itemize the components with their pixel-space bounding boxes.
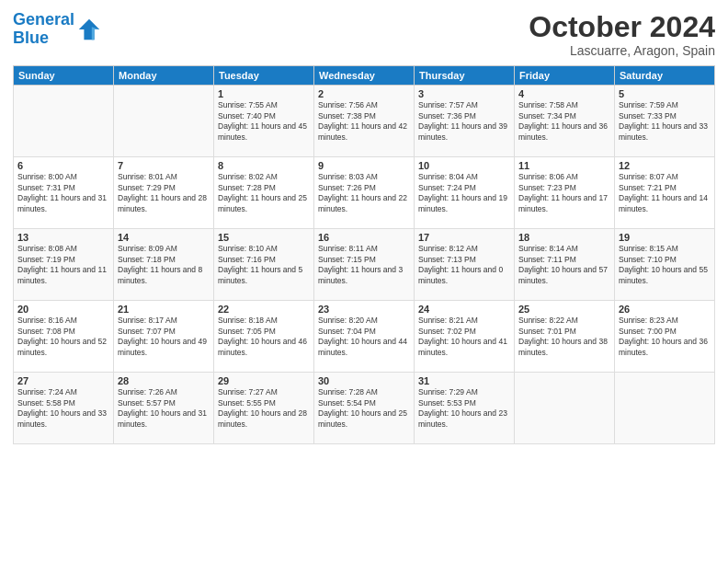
cell-info: Sunrise: 7:24 AM Sunset: 5:58 PM Dayligh…: [17, 387, 109, 430]
cell-info: Sunrise: 8:07 AM Sunset: 7:21 PM Dayligh…: [619, 172, 711, 214]
cell-1-7: 5Sunrise: 7:59 AM Sunset: 7:33 PM Daylig…: [615, 86, 715, 157]
cell-info: Sunrise: 8:14 AM Sunset: 7:11 PM Dayligh…: [518, 244, 610, 286]
week-row-5: 27Sunrise: 7:24 AM Sunset: 5:58 PM Dayli…: [14, 373, 715, 444]
cell-3-3: 15Sunrise: 8:10 AM Sunset: 7:16 PM Dayli…: [214, 229, 314, 301]
day-number: 1: [218, 88, 310, 99]
day-number: 28: [118, 375, 210, 386]
day-number: 8: [218, 160, 310, 171]
day-number: 30: [318, 375, 410, 386]
day-number: 10: [418, 160, 510, 171]
cell-1-1: [14, 86, 114, 157]
day-number: 15: [218, 232, 310, 243]
cell-2-6: 11Sunrise: 8:06 AM Sunset: 7:23 PM Dayli…: [515, 157, 615, 229]
cell-info: Sunrise: 8:21 AM Sunset: 7:02 PM Dayligh…: [418, 316, 510, 358]
cell-5-7: [615, 373, 715, 444]
week-row-2: 6Sunrise: 8:00 AM Sunset: 7:31 PM Daylig…: [14, 157, 715, 229]
cell-info: Sunrise: 7:57 AM Sunset: 7:36 PM Dayligh…: [418, 100, 510, 143]
day-number: 23: [318, 304, 410, 315]
day-number: 6: [17, 160, 109, 171]
cell-4-2: 21Sunrise: 8:17 AM Sunset: 7:07 PM Dayli…: [114, 301, 214, 373]
cell-info: Sunrise: 7:27 AM Sunset: 5:55 PM Dayligh…: [218, 387, 310, 430]
day-number: 14: [118, 232, 210, 243]
cell-info: Sunrise: 8:09 AM Sunset: 7:18 PM Dayligh…: [118, 244, 210, 286]
cell-info: Sunrise: 8:06 AM Sunset: 7:23 PM Dayligh…: [518, 172, 610, 214]
location-title: Lascuarre, Aragon, Spain: [529, 43, 715, 58]
cell-5-4: 30Sunrise: 7:28 AM Sunset: 5:54 PM Dayli…: [314, 373, 415, 444]
cell-info: Sunrise: 8:16 AM Sunset: 7:08 PM Dayligh…: [17, 316, 109, 358]
cell-info: Sunrise: 8:23 AM Sunset: 7:00 PM Dayligh…: [619, 316, 711, 358]
cell-info: Sunrise: 8:17 AM Sunset: 7:07 PM Dayligh…: [118, 316, 210, 358]
day-number: 16: [318, 232, 410, 243]
day-number: 13: [17, 232, 109, 243]
day-number: 4: [518, 88, 610, 99]
cell-4-1: 20Sunrise: 8:16 AM Sunset: 7:08 PM Dayli…: [14, 301, 114, 373]
day-number: 27: [17, 375, 109, 386]
cell-4-7: 26Sunrise: 8:23 AM Sunset: 7:00 PM Dayli…: [615, 301, 715, 373]
cell-1-4: 2Sunrise: 7:56 AM Sunset: 7:38 PM Daylig…: [314, 86, 415, 157]
day-number: 20: [17, 304, 109, 315]
cell-info: Sunrise: 7:58 AM Sunset: 7:34 PM Dayligh…: [518, 100, 610, 143]
cell-info: Sunrise: 8:20 AM Sunset: 7:04 PM Dayligh…: [318, 316, 410, 358]
cell-info: Sunrise: 7:26 AM Sunset: 5:57 PM Dayligh…: [118, 387, 210, 430]
day-number: 24: [418, 304, 510, 315]
cell-2-3: 8Sunrise: 8:02 AM Sunset: 7:28 PM Daylig…: [214, 157, 314, 229]
cell-5-5: 31Sunrise: 7:29 AM Sunset: 5:53 PM Dayli…: [415, 373, 515, 444]
cell-info: Sunrise: 7:29 AM Sunset: 5:53 PM Dayligh…: [418, 387, 510, 430]
logo: General Blue: [13, 11, 102, 48]
cell-2-4: 9Sunrise: 8:03 AM Sunset: 7:26 PM Daylig…: [314, 157, 415, 229]
day-number: 29: [218, 375, 310, 386]
cell-1-6: 4Sunrise: 7:58 AM Sunset: 7:34 PM Daylig…: [515, 86, 615, 157]
header: General Blue October 2024 Lascuarre, Ara…: [13, 11, 715, 58]
cell-3-7: 19Sunrise: 8:15 AM Sunset: 7:10 PM Dayli…: [615, 229, 715, 301]
cell-2-5: 10Sunrise: 8:04 AM Sunset: 7:24 PM Dayli…: [415, 157, 515, 229]
day-number: 2: [318, 88, 410, 99]
header-row: SundayMondayTuesdayWednesdayThursdayFrid…: [14, 66, 715, 86]
day-number: 9: [318, 160, 410, 171]
cell-5-6: [515, 373, 615, 444]
cell-3-4: 16Sunrise: 8:11 AM Sunset: 7:15 PM Dayli…: [314, 229, 415, 301]
cell-5-2: 28Sunrise: 7:26 AM Sunset: 5:57 PM Dayli…: [114, 373, 214, 444]
cell-5-1: 27Sunrise: 7:24 AM Sunset: 5:58 PM Dayli…: [14, 373, 114, 444]
cell-1-2: [114, 86, 214, 157]
cell-info: Sunrise: 8:08 AM Sunset: 7:19 PM Dayligh…: [17, 244, 109, 286]
day-number: 26: [619, 304, 711, 315]
page: General Blue October 2024 Lascuarre, Ara…: [0, 0, 728, 563]
calendar-table: SundayMondayTuesdayWednesdayThursdayFrid…: [13, 65, 715, 444]
cell-info: Sunrise: 8:15 AM Sunset: 7:10 PM Dayligh…: [619, 244, 711, 286]
day-number: 22: [218, 304, 310, 315]
col-header-tuesday: Tuesday: [214, 66, 314, 86]
col-header-saturday: Saturday: [615, 66, 715, 86]
col-header-friday: Friday: [515, 66, 615, 86]
cell-5-3: 29Sunrise: 7:27 AM Sunset: 5:55 PM Dayli…: [214, 373, 314, 444]
cell-1-5: 3Sunrise: 7:57 AM Sunset: 7:36 PM Daylig…: [415, 86, 515, 157]
cell-3-1: 13Sunrise: 8:08 AM Sunset: 7:19 PM Dayli…: [14, 229, 114, 301]
cell-3-2: 14Sunrise: 8:09 AM Sunset: 7:18 PM Dayli…: [114, 229, 214, 301]
cell-info: Sunrise: 8:02 AM Sunset: 7:28 PM Dayligh…: [218, 172, 310, 214]
day-number: 21: [118, 304, 210, 315]
week-row-3: 13Sunrise: 8:08 AM Sunset: 7:19 PM Dayli…: [14, 229, 715, 301]
cell-2-2: 7Sunrise: 8:01 AM Sunset: 7:29 PM Daylig…: [114, 157, 214, 229]
cell-1-3: 1Sunrise: 7:55 AM Sunset: 7:40 PM Daylig…: [214, 86, 314, 157]
month-title: October 2024: [529, 11, 715, 43]
cell-info: Sunrise: 8:22 AM Sunset: 7:01 PM Dayligh…: [518, 316, 610, 358]
col-header-thursday: Thursday: [415, 66, 515, 86]
cell-info: Sunrise: 7:28 AM Sunset: 5:54 PM Dayligh…: [318, 387, 410, 430]
day-number: 5: [619, 88, 711, 99]
cell-info: Sunrise: 7:59 AM Sunset: 7:33 PM Dayligh…: [619, 100, 711, 143]
day-number: 11: [518, 160, 610, 171]
cell-info: Sunrise: 8:12 AM Sunset: 7:13 PM Dayligh…: [418, 244, 510, 286]
day-number: 25: [518, 304, 610, 315]
day-number: 3: [418, 88, 510, 99]
cell-info: Sunrise: 8:04 AM Sunset: 7:24 PM Dayligh…: [418, 172, 510, 214]
cell-4-5: 24Sunrise: 8:21 AM Sunset: 7:02 PM Dayli…: [415, 301, 515, 373]
cell-info: Sunrise: 7:56 AM Sunset: 7:38 PM Dayligh…: [318, 100, 410, 143]
cell-3-6: 18Sunrise: 8:14 AM Sunset: 7:11 PM Dayli…: [515, 229, 615, 301]
cell-info: Sunrise: 8:01 AM Sunset: 7:29 PM Dayligh…: [118, 172, 210, 214]
cell-2-1: 6Sunrise: 8:00 AM Sunset: 7:31 PM Daylig…: [14, 157, 114, 229]
cell-3-5: 17Sunrise: 8:12 AM Sunset: 7:13 PM Dayli…: [415, 229, 515, 301]
cell-info: Sunrise: 8:00 AM Sunset: 7:31 PM Dayligh…: [17, 172, 109, 214]
day-number: 18: [518, 232, 610, 243]
day-number: 12: [619, 160, 711, 171]
logo-text: General Blue: [13, 11, 74, 48]
col-header-sunday: Sunday: [14, 66, 114, 86]
